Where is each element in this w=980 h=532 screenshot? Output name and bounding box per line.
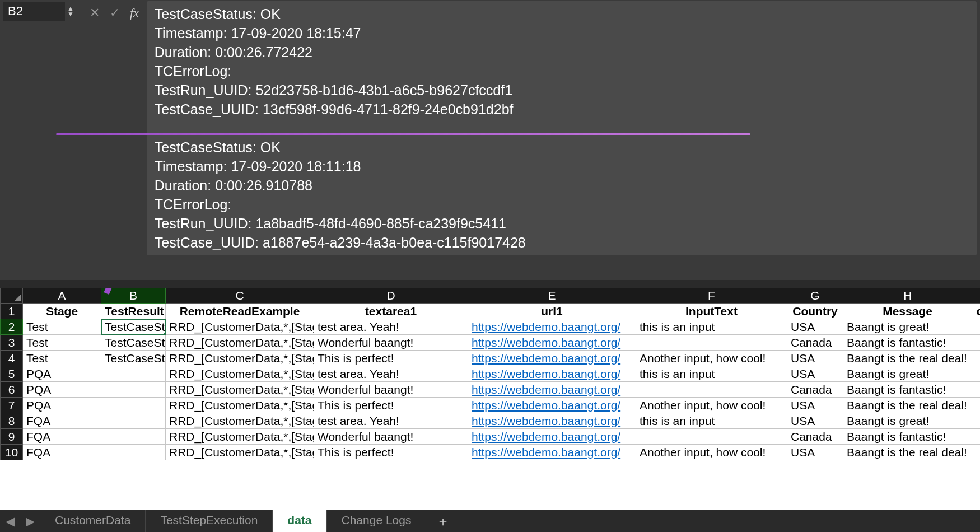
cell[interactable]: Wonderful baangt! [314,382,468,398]
cell[interactable]: USA [787,366,843,382]
cell[interactable]: https://webdemo.baangt.org/ [468,413,636,429]
sheet-tab[interactable]: Change Logs [327,510,427,532]
cell[interactable] [101,366,166,382]
cell[interactable] [101,398,166,413]
row-header[interactable]: 1 [1,304,23,319]
cell[interactable]: TestCaseSta [101,319,166,335]
cell[interactable]: Another input, how cool! [636,351,787,366]
cell[interactable]: RRD_[CustomerData,*,[Stage [166,335,314,351]
cell[interactable]: RRD_[CustomerData,*,[Stage [166,398,314,413]
cell[interactable]: RRD_[CustomerData,*,[Stage [166,445,314,460]
col-header-A[interactable]: A [23,288,101,304]
cell[interactable]: Canada [787,429,843,445]
cell[interactable]: TestCaseSta [101,351,166,366]
cell[interactable]: USA [787,351,843,366]
cell[interactable]: test area. Yeah! [314,413,468,429]
hyperlink[interactable]: https://webdemo.baangt.org/ [472,367,620,380]
cell[interactable] [636,429,787,445]
cell[interactable]: this is an input [636,366,787,382]
sheet-tab[interactable]: data [273,510,326,532]
cell[interactable]: Test [23,319,101,335]
cell[interactable] [101,413,166,429]
cell[interactable]: Canada [787,335,843,351]
sheet-tab[interactable]: TestStepExecution [146,510,273,532]
cell[interactable]: This is perfect! [314,445,468,460]
cell[interactable]: RRD_[CustomerData,*,[Stage [166,382,314,398]
cell[interactable]: Canada [787,382,843,398]
cell[interactable]: url1 [468,304,636,319]
cell[interactable]: Baangt is the real deal! [843,398,972,413]
cell[interactable]: doIframe [972,304,981,319]
cell[interactable]: Another input, how cool! [636,398,787,413]
name-box[interactable] [3,2,65,21]
cell[interactable]: Baangt is great! [843,413,972,429]
col-header-G[interactable]: G [787,288,843,304]
cell[interactable]: Wonderful baangt! [314,429,468,445]
cell[interactable]: Baangt is the real deal! [843,351,972,366]
cell[interactable] [101,382,166,398]
cell[interactable]: https://webdemo.baangt.org/ [468,429,636,445]
cell[interactable]: USA [787,413,843,429]
cell[interactable]: RRD_[CustomerData,*,[Stage [166,366,314,382]
cell[interactable] [972,351,981,366]
cell[interactable]: USA [787,398,843,413]
row-header[interactable]: 3 [1,335,23,351]
cell[interactable]: Test [23,351,101,366]
cell[interactable] [101,445,166,460]
cell[interactable] [972,445,981,460]
cell[interactable]: RRD_[CustomerData,*,[Stage [166,351,314,366]
accept-edit-button[interactable]: ✓ [110,6,120,20]
select-all-corner[interactable] [1,288,23,304]
cell[interactable]: https://webdemo.baangt.org/ [468,335,636,351]
row-header[interactable]: 5 [1,366,23,382]
col-header-H[interactable]: H [843,288,972,304]
hyperlink[interactable]: https://webdemo.baangt.org/ [472,336,620,349]
cell[interactable]: RemoteReadExample [166,304,314,319]
cell[interactable] [972,429,981,445]
cell[interactable]: Stage [23,304,101,319]
cell[interactable] [101,429,166,445]
cell[interactable] [972,382,981,398]
cell[interactable] [972,398,981,413]
cell[interactable]: textarea1 [314,304,468,319]
cell[interactable]: FQA [23,413,101,429]
cell[interactable]: TestCaseSta [101,335,166,351]
cell[interactable]: Baangt is great! [843,366,972,382]
name-box-spinner[interactable]: ▲ ▼ [67,6,74,17]
cell[interactable]: RRD_[CustomerData,*,[Stage [166,319,314,335]
cell[interactable]: test area. Yeah! [314,366,468,382]
cancel-edit-button[interactable]: ✕ [90,6,100,20]
cell[interactable] [972,335,981,351]
cell[interactable]: TestResult [101,304,166,319]
col-header-F[interactable]: F [636,288,787,304]
cell[interactable]: USA [787,445,843,460]
cell[interactable]: this is an input [636,319,787,335]
cell[interactable]: Baangt is fantastic! [843,382,972,398]
col-header-E[interactable]: E [468,288,636,304]
cell[interactable]: FQA [23,429,101,445]
cell[interactable]: InputText [636,304,787,319]
cell[interactable]: https://webdemo.baangt.org/ [468,319,636,335]
fx-icon[interactable]: fx [130,6,139,20]
cell[interactable]: https://webdemo.baangt.org/ [468,445,636,460]
cell[interactable]: Baangt is great! [843,319,972,335]
row-header[interactable]: 2 [1,319,23,335]
row-header[interactable]: 9 [1,429,23,445]
add-sheet-button[interactable]: ＋ [426,509,460,533]
cell[interactable]: RRD_[CustomerData,*,[Stage [166,413,314,429]
hyperlink[interactable]: https://webdemo.baangt.org/ [472,430,620,443]
col-header-D[interactable]: D [314,288,468,304]
cell[interactable]: RRD_[CustomerData,*,[Stage [166,429,314,445]
row-header[interactable]: 7 [1,398,23,413]
hyperlink[interactable]: https://webdemo.baangt.org/ [472,414,620,427]
cell[interactable]: this is an input [636,413,787,429]
row-header[interactable]: 4 [1,351,23,366]
cell[interactable]: This is perfect! [314,398,468,413]
cell[interactable]: https://webdemo.baangt.org/ [468,366,636,382]
row-header[interactable]: 10 [1,445,23,460]
cell[interactable] [636,382,787,398]
cell[interactable]: https://webdemo.baangt.org/ [468,351,636,366]
sheet-tab[interactable]: CustomerData [40,510,146,532]
row-header[interactable]: 8 [1,413,23,429]
cell[interactable]: https://webdemo.baangt.org/ [468,382,636,398]
